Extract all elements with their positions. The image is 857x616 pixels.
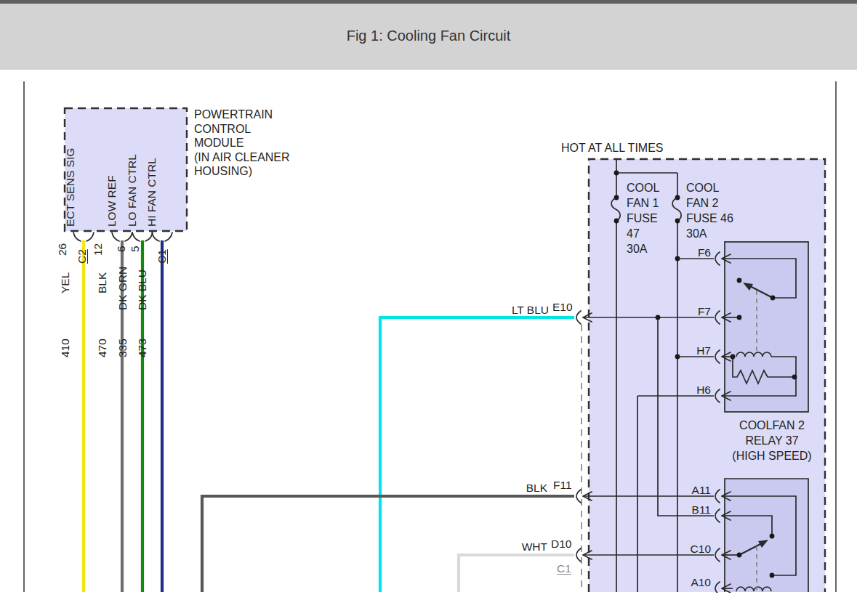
wire-color-label-blk: BLK [96,272,109,293]
wire-label-ltblu: LT BLU [512,304,549,316]
relay37-caption: COOLFAN 2 RELAY 37 (HIGH SPEED) [717,418,826,463]
relay37-caption-line: (HIGH SPEED) [717,448,826,463]
pcm-caption-line: POWERTRAIN [194,108,290,122]
pcm-caption-line: HOUSING) [194,164,290,179]
wire-color-label-yel: YEL [59,272,72,293]
relay-lower-pin-a11: A11 [692,485,711,496]
pcm-caption-line: CONTROL [194,122,290,137]
fuse1-label-line: 30A [627,241,659,256]
circuit-number-473: 473 [136,339,149,357]
relay-lower-pin-a10: A10 [691,577,711,588]
relay37-pin-f7: F7 [698,306,711,317]
wire-label-blk: BLK [526,482,547,494]
relay-lower-pin-c10: C10 [691,543,711,555]
relay37-pin-h6: H6 [696,384,711,396]
wire-label-wht: WHT [522,541,547,553]
pcm-pin-number-5: 5 [129,246,142,252]
fuse2-label-line: FUSE 46 [686,211,733,226]
relay37-caption-line: COOLFAN 2 [717,418,826,433]
relay37-pin-h7: H7 [696,345,711,357]
fuse2-label-line: COOL [686,180,733,195]
fuse1-label-line: FAN 1 [627,195,659,211]
pcm-pin-connector-arcs [73,232,172,241]
pcm-caption: POWERTRAIN CONTROL MODULE (IN AIR CLEANE… [194,108,290,179]
circuit-number-470: 470 [96,339,109,357]
pcm-caption-line: MODULE [194,136,290,150]
fuse1-label-line: COOL [627,180,659,195]
wire-color-label-dkblu: DK BLU [136,270,149,310]
circuit-number-410: 410 [59,339,72,357]
fuse2-label-block: COOL FAN 2 FUSE 46 30A [686,180,733,241]
fuse2-label-line: 30A [686,226,733,241]
relay37-pin-f6: F6 [698,247,711,259]
fuse2-label-line: FAN 2 [686,195,733,211]
pcm-pin-number-6: 6 [115,246,128,252]
wiring-diagram-page: Fig 1: Cooling Fan Circuit [0,0,857,616]
pcm-pin-number-26: 26 [56,243,69,256]
connector-c1-edge-label: C1 [557,563,571,575]
pcm-caption-line: (IN AIR CLEANER [194,150,290,165]
pcm-pin-label-hi-fan-ctrl: HI FAN CTRL [145,158,158,227]
relay-lower-pin-b11: B11 [692,504,711,516]
fuse1-label-line: FUSE [627,211,659,226]
pcm-pin-label-ect-sens-sig: ECT SENS SIG [64,148,77,227]
hot-at-all-times-label: HOT AT ALL TIMES [561,142,664,154]
pcm-pin-label-lo-fan-ctrl: LO FAN CTRL [126,154,139,227]
fuse1-label-line: 47 [627,226,659,241]
pcm-connector-c2-label: C2 [76,249,89,264]
fuse1-label-block: COOL FAN 1 FUSE 47 30A [627,180,659,256]
wires [84,240,574,592]
pin-label-f11: F11 [553,479,572,491]
pcm-pin-number-12: 12 [92,243,105,256]
relay37-caption-line: RELAY 37 [717,433,826,448]
bottom-clip-mask [0,593,857,616]
wire-blk [202,496,574,592]
pin-label-e10: E10 [552,301,573,313]
pin-label-d10: D10 [551,538,571,550]
pcm-connector-c1-label: C1 [156,249,169,264]
wire-color-label-dkgrn: DK GRN [116,267,129,310]
circuit-number-335: 335 [116,339,129,357]
pcm-pin-label-low-ref: LOW REF [105,175,118,227]
